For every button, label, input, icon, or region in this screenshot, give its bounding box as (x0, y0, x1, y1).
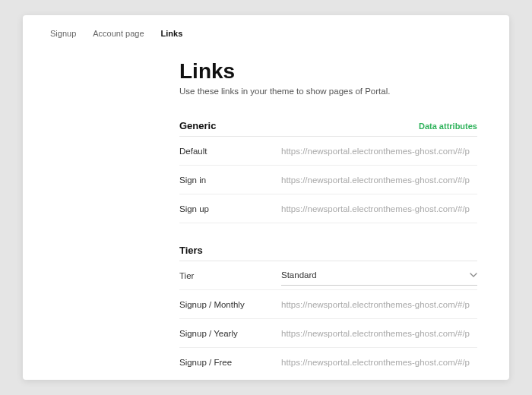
tiers-header: Tiers (179, 245, 477, 261)
tier-row-monthly: Signup / Monthly https://newsportal.elec… (179, 290, 477, 319)
tier-label: Tier (179, 271, 281, 280)
tier-row-yearly: Signup / Yearly https://newsportal.elect… (179, 319, 477, 348)
row-label: Signup / Yearly (179, 329, 281, 338)
tier-select[interactable]: Standard (281, 266, 477, 286)
tier-row-free: Signup / Free https://newsportal.electro… (179, 348, 477, 377)
row-url[interactable]: https://newsportal.electronthemes-ghost.… (281, 358, 477, 367)
generic-row-default: Default https://newsportal.electrontheme… (179, 137, 477, 166)
data-attributes-link[interactable]: Data attributes (419, 122, 477, 131)
row-url[interactable]: https://newsportal.electronthemes-ghost.… (281, 147, 477, 156)
row-label: Sign in (179, 175, 281, 185)
row-label: Signup / Free (179, 358, 281, 367)
tab-bar: Signup Account page Links (50, 29, 482, 38)
page-title: Links (179, 59, 477, 84)
row-url[interactable]: https://newsportal.electronthemes-ghost.… (281, 204, 477, 213)
chevron-down-icon (470, 271, 477, 279)
tab-account-page[interactable]: Account page (93, 29, 144, 38)
row-label: Sign up (179, 204, 281, 213)
tiers-heading: Tiers (179, 245, 203, 256)
row-url[interactable]: https://newsportal.electronthemes-ghost.… (281, 175, 477, 185)
generic-row-signin: Sign in https://newsportal.electrontheme… (179, 166, 477, 194)
row-label: Default (179, 147, 281, 156)
tier-selected-value: Standard (281, 270, 317, 280)
content-area: Links Use these links in your theme to s… (50, 59, 482, 377)
row-label: Signup / Monthly (179, 300, 281, 309)
generic-header: Generic Data attributes (179, 120, 477, 137)
generic-heading: Generic (179, 120, 216, 131)
page-subtitle: Use these links in your theme to show pa… (179, 87, 477, 96)
tab-signup[interactable]: Signup (50, 29, 76, 38)
tab-links[interactable]: Links (161, 29, 183, 38)
tier-select-row: Tier Standard (179, 261, 477, 290)
row-url[interactable]: https://newsportal.electronthemes-ghost.… (281, 329, 477, 338)
row-url[interactable]: https://newsportal.electronthemes-ghost.… (281, 300, 477, 309)
links-panel: Signup Account page Links Links Use thes… (23, 15, 509, 380)
generic-row-signup: Sign up https://newsportal.electrontheme… (179, 194, 477, 223)
